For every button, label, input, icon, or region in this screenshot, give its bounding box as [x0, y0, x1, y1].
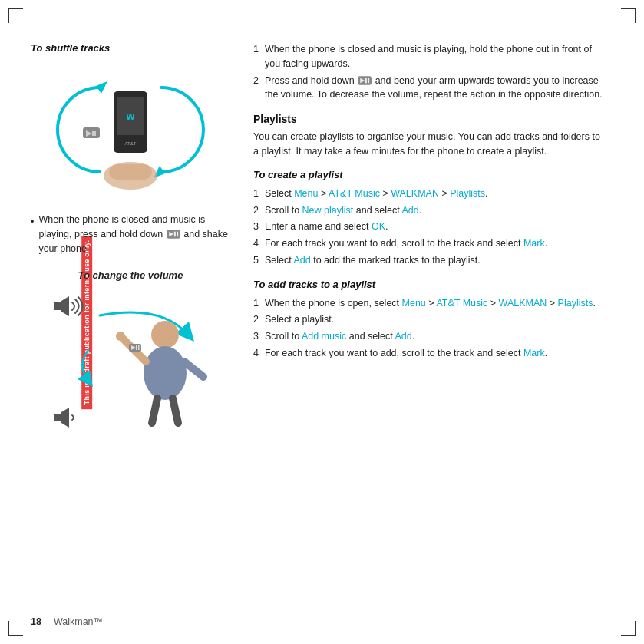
footer: 18 Walkman™	[31, 616, 103, 627]
svg-rect-8	[83, 127, 100, 138]
add-tracks-heading: To add tracks to a playlist	[253, 279, 606, 290]
left-column: To shuffle tracks w AT&T	[31, 42, 230, 434]
svg-line-23	[184, 362, 203, 377]
add-step-2: 2 Select a playlist.	[253, 312, 606, 327]
svg-marker-0	[96, 81, 107, 94]
svg-marker-17	[61, 296, 69, 316]
volume-title: To change the volume	[31, 269, 230, 281]
link-add-2: Add	[293, 255, 310, 266]
intro-step-2: 2 Press and hold down and bend your arm …	[253, 74, 606, 103]
link-att-music-2: AT&T Music	[436, 298, 487, 309]
svg-point-21	[144, 346, 187, 400]
reg-mark-bl	[8, 621, 23, 636]
create-step-1: 1 Select Menu > AT&T Music > WALKMAN > P…	[253, 187, 606, 201]
reg-mark-br	[621, 621, 636, 636]
add-step-4: 4 For each track you want to add, scroll…	[253, 346, 606, 361]
svg-rect-7	[109, 164, 152, 180]
svg-point-20	[151, 321, 179, 348]
volume-illustration	[46, 289, 215, 434]
svg-text:w: w	[126, 110, 135, 122]
shuffle-title: To shuffle tracks	[31, 42, 230, 54]
link-playlists-2: Playlists	[558, 298, 593, 309]
link-ok: OK	[372, 221, 385, 232]
page: This is a draft publication for internal…	[0, 0, 644, 644]
playlists-heading: Playlists	[253, 113, 606, 125]
create-playlist-heading: To create a playlist	[253, 169, 606, 180]
bullet-section: • When the phone is closed and music is …	[31, 213, 230, 256]
link-walkman-1: WALKMAN	[391, 188, 439, 199]
bullet-item: • When the phone is closed and music is …	[31, 213, 230, 256]
link-playlists-1: Playlists	[450, 188, 485, 199]
shuffle-illustration: w AT&T	[54, 64, 207, 199]
svg-rect-10	[92, 131, 94, 136]
bullet-dot: •	[31, 215, 34, 230]
svg-rect-16	[54, 302, 61, 310]
add-step-1: 1 When the phone is open, select Menu > …	[253, 296, 606, 311]
svg-line-25	[173, 398, 178, 423]
link-new-playlist: New playlist	[302, 205, 354, 216]
intro-steps: 1 When the phone is closed and music is …	[253, 42, 606, 102]
svg-rect-29	[136, 345, 137, 350]
link-walkman-2: WALKMAN	[499, 298, 547, 309]
intro-step-1: 1 When the phone is closed and music is …	[253, 42, 606, 71]
svg-rect-31	[54, 414, 61, 421]
svg-marker-32	[61, 408, 69, 428]
svg-rect-30	[138, 345, 140, 350]
bullet-text: When the phone is closed and music is pl…	[38, 213, 230, 256]
reg-mark-tr	[621, 8, 636, 23]
svg-rect-35	[365, 78, 367, 84]
svg-text:AT&T: AT&T	[125, 141, 137, 146]
link-mark-1: Mark	[523, 238, 545, 249]
link-att-music-1: AT&T Music	[329, 188, 380, 199]
add-step-3: 3 Scroll to Add music and select Add.	[253, 329, 606, 344]
link-add-3: Add	[395, 331, 412, 342]
link-menu-2: Menu	[402, 298, 426, 309]
svg-line-24	[152, 398, 157, 423]
svg-rect-11	[94, 131, 96, 136]
svg-rect-14	[174, 232, 176, 237]
link-menu-1: Menu	[294, 188, 318, 199]
create-step-2: 2 Scroll to New playlist and select Add.	[253, 203, 606, 218]
create-steps: 1 Select Menu > AT&T Music > WALKMAN > P…	[253, 187, 606, 268]
link-mark-2: Mark	[523, 348, 545, 358]
svg-rect-36	[368, 78, 369, 84]
create-step-5: 5 Select Add to add the marked tracks to…	[253, 253, 606, 268]
footer-label: Walkman™	[54, 616, 103, 627]
playlists-body: You can create playlists to organise you…	[253, 130, 606, 160]
link-add-1: Add	[402, 205, 419, 216]
page-number: 18	[31, 616, 41, 627]
right-column: 1 When the phone is closed and music is …	[253, 42, 606, 372]
link-add-music: Add music	[302, 331, 346, 342]
svg-point-26	[116, 332, 125, 341]
add-steps: 1 When the phone is open, select Menu > …	[253, 296, 606, 361]
create-step-4: 4 For each track you want to add, scroll…	[253, 236, 606, 251]
reg-mark-tl	[8, 8, 23, 23]
create-step-3: 3 Enter a name and select OK.	[253, 220, 606, 234]
svg-rect-15	[177, 232, 178, 237]
